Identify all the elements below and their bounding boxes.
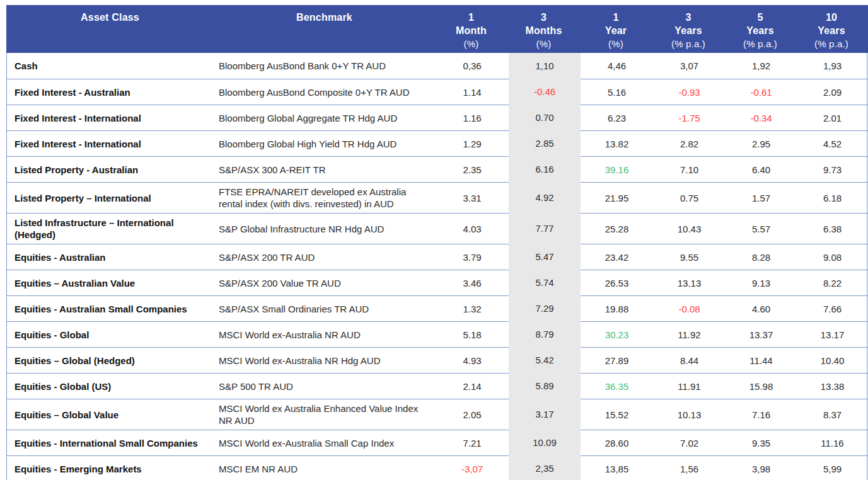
value-cell: 10.09 (509, 430, 581, 455)
value-cell: 19.88 (581, 295, 653, 321)
value-cell: 3,98 (726, 455, 797, 480)
table-row: Equities - GlobalMSCI World ex-Australia… (7, 321, 867, 347)
asset-class-cell: Fixed Interest - Australian (7, 79, 215, 105)
value-cell: 9.55 (653, 244, 726, 270)
asset-class-cell: Listed Property - Australian (7, 156, 215, 182)
value-cell: 4.52 (797, 130, 868, 156)
value-cell: 4.60 (726, 295, 797, 321)
value-cell: 3,07 (653, 53, 726, 79)
value-cell: -0.93 (653, 79, 726, 105)
value-cell: 2.82 (653, 130, 726, 156)
value-cell: 5.47 (509, 244, 581, 270)
value-cell: 36.35 (581, 373, 653, 399)
value-cell: -3,07 (436, 455, 509, 480)
period-word: Years (652, 24, 725, 37)
benchmark-cell: MSCI EM NR AUD (215, 455, 436, 480)
table-row: Equities - Australian Small CompaniesS&P… (7, 295, 867, 321)
value-cell: 5.89 (509, 373, 581, 399)
period-unit: (%) (435, 37, 508, 50)
value-cell: 6.38 (797, 213, 868, 244)
period-word: Years (725, 24, 796, 37)
value-cell: 2.35 (436, 156, 509, 182)
value-cell: 28.60 (581, 430, 653, 455)
column-header-asset-class: Asset Class (6, 5, 214, 53)
benchmark-cell: S&P 500 TR AUD (215, 373, 436, 399)
value-cell: 4.93 (436, 347, 509, 373)
value-cell: 6.40 (726, 156, 797, 182)
value-cell: 1,10 (509, 53, 581, 79)
benchmark-cell: Bloomberg AusBond Composite 0+Y TR AUD (215, 79, 436, 105)
benchmark-cell: Bloomberg Global High Yield TR Hdg AUD (215, 130, 436, 156)
period-unit: (% p.a.) (796, 37, 867, 50)
table-row: Equities – Australian ValueS&P/ASX 200 V… (7, 270, 867, 295)
value-cell: 0,36 (436, 53, 509, 79)
period-word: Year (580, 24, 652, 37)
table-row: Listed Property - AustralianS&P/ASX 300 … (7, 156, 867, 182)
value-cell: 10.40 (797, 347, 868, 373)
value-cell: 1.29 (436, 130, 509, 156)
table-row: Listed Property – InternationalFTSE EPRA… (7, 182, 867, 213)
benchmark-cell: S&P Global Infrastructure NR Hdg AUD (215, 213, 436, 244)
benchmark-cell: S&P/ASX 200 TR AUD (215, 244, 436, 270)
column-header-benchmark: Benchmark (214, 5, 435, 53)
value-cell: 8.22 (797, 270, 868, 295)
value-cell: 15.98 (726, 373, 797, 399)
asset-class-cell: Equities – Global Value (7, 399, 215, 430)
column-header-5-years: 5Years(% p.a.) (725, 5, 796, 53)
value-cell: 1,56 (653, 455, 726, 480)
benchmark-cell: S&P/ASX 200 Value TR AUD (215, 270, 436, 295)
period-unit: (% p.a.) (652, 37, 725, 50)
value-cell: 30.23 (581, 321, 653, 347)
table-body: CashBloomberg AusBond Bank 0+Y TR AUD0,3… (7, 53, 867, 480)
column-header-1-month: 1Month(%) (435, 5, 508, 53)
value-cell: 15.52 (581, 399, 653, 430)
asset-class-cell: Listed Infrastructure – International (H… (7, 213, 215, 244)
asset-class-cell: Listed Property – International (7, 182, 215, 213)
value-cell: 7.21 (436, 430, 509, 455)
asset-class-cell: Equities – Global (Hedged) (7, 347, 215, 373)
value-cell: 6.18 (797, 182, 868, 213)
period-word: Month (435, 24, 508, 37)
value-cell: 4,46 (581, 53, 653, 79)
asset-class-cell: Equities - International Small Companies (7, 430, 215, 455)
value-cell: 39.16 (581, 156, 653, 182)
value-cell: 2.14 (436, 373, 509, 399)
benchmark-cell: MSCI World ex-Australia NR AUD (215, 321, 436, 347)
period-word: Years (796, 24, 867, 37)
table-row: Equities - AustralianS&P/ASX 200 TR AUD3… (7, 244, 867, 270)
value-cell: 3.79 (436, 244, 509, 270)
value-cell: 13,85 (581, 455, 653, 480)
table-row: CashBloomberg AusBond Bank 0+Y TR AUD0,3… (7, 53, 867, 79)
benchmark-cell: FTSE EPRA/NAREIT developed ex Australia … (215, 182, 436, 213)
value-cell: 1,92 (726, 53, 797, 79)
value-cell: 4.92 (509, 182, 581, 213)
value-cell: 7.66 (797, 295, 868, 321)
table-row: Equities - Emerging MarketsMSCI EM NR AU… (7, 455, 867, 480)
period-number: 10 (796, 11, 867, 24)
value-cell: 11.16 (797, 430, 868, 455)
value-cell: 21.95 (581, 182, 653, 213)
benchmark-cell: S&P/ASX 300 A-REIT TR (215, 156, 436, 182)
period-unit: (% p.a.) (725, 37, 796, 50)
table-row: Equities - Global (US)S&P 500 TR AUD2.14… (7, 373, 867, 399)
value-cell: 1,93 (797, 53, 868, 79)
value-cell: 2.85 (509, 130, 581, 156)
table-row: Listed Infrastructure – International (H… (7, 213, 867, 244)
value-cell: 10.43 (653, 213, 726, 244)
value-cell: 25.28 (581, 213, 653, 244)
value-cell: 2.05 (436, 399, 509, 430)
value-cell: 3.46 (436, 270, 509, 295)
benchmark-cell: MSCI World ex-Australia NR Hdg AUD (215, 347, 436, 373)
value-cell: -0.08 (653, 295, 726, 321)
period-word: Months (508, 24, 580, 37)
value-cell: 6.23 (581, 105, 653, 130)
value-cell: 5,99 (797, 455, 868, 480)
table-row: Equities – Global (Hedged)MSCI World ex-… (7, 347, 867, 373)
value-cell: 2.95 (726, 130, 797, 156)
value-cell: 3.31 (436, 182, 509, 213)
value-cell: 13.17 (797, 321, 868, 347)
value-cell: 23.42 (581, 244, 653, 270)
value-cell: 8.79 (509, 321, 581, 347)
period-number: 3 (508, 11, 580, 24)
period-unit: (%) (508, 37, 580, 50)
